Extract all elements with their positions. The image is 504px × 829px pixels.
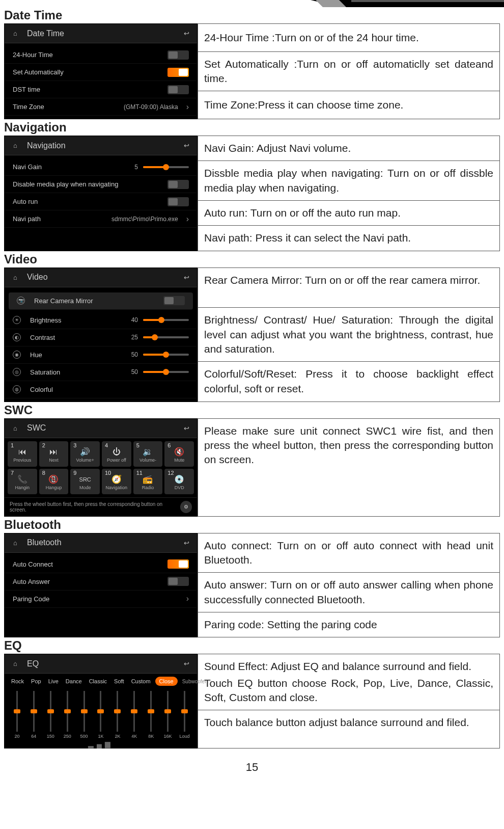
swc-btn-hangup[interactable]: 8📵Hangup	[39, 469, 69, 494]
hue-icon: ◉	[13, 351, 21, 359]
home-icon[interactable]: ⌂	[10, 422, 21, 434]
row-auto-answer[interactable]: Auto Answer	[5, 573, 197, 591]
swc-btn-mute[interactable]: 6🔇Mute	[164, 441, 194, 467]
section-bluetooth: ⌂ Bluetooth ↩ Auto Connect Auto Answer P…	[4, 533, 500, 638]
slider-brightness[interactable]	[143, 319, 189, 321]
eq-band-500[interactable]: 500	[77, 691, 91, 739]
swc-btn-volume-down[interactable]: 5🔉Volume-	[133, 441, 163, 467]
row-timezone[interactable]: Time Zone (GMT-09:00) Alaska ›	[5, 98, 197, 116]
label-auto-connect: Auto Connect	[13, 560, 162, 568]
eq-band-20[interactable]: 20	[10, 691, 23, 739]
row-saturation[interactable]: ◎ Saturation 50	[5, 364, 197, 381]
label-timezone: Time Zone	[13, 103, 119, 111]
eq-preset-soft[interactable]: Soft	[111, 677, 127, 685]
eq-band-150[interactable]: 150	[44, 691, 57, 739]
dvd-icon: 💿	[174, 475, 184, 484]
toggle-24hour[interactable]	[167, 50, 189, 60]
section-title-date-time: Date Time	[4, 8, 500, 22]
eq-preset-classic[interactable]: Classic	[87, 677, 109, 685]
row-hue[interactable]: ◉ Hue 50	[5, 346, 197, 364]
toggle-set-auto[interactable]	[167, 68, 189, 77]
toggle-auto-run[interactable]	[167, 197, 189, 206]
slider-navi-gain[interactable]	[143, 166, 189, 168]
back-icon[interactable]: ↩	[181, 140, 192, 151]
desc-colorful: Colorful/Soft/Reset: Press it to choose …	[198, 362, 500, 402]
eq-sliders: 20 64 150 250 500 1K 2K 4K 8K 16K Loud	[5, 689, 197, 740]
home-icon[interactable]: ⌂	[10, 272, 21, 283]
swc-btn-dvd[interactable]: 12💿DVD	[164, 469, 194, 494]
toggle-dst[interactable]	[167, 85, 189, 94]
swc-btn-power-off[interactable]: 4⏻Power off	[102, 441, 131, 467]
row-set-auto[interactable]: Set Automatically	[5, 64, 197, 81]
value-hue: 50	[131, 351, 138, 358]
eq-band-2k[interactable]: 2K	[111, 691, 124, 739]
back-icon[interactable]: ↩	[181, 28, 192, 39]
mute-icon: 🔇	[174, 447, 184, 457]
chevron-right-icon: ›	[186, 102, 189, 112]
swc-btn-radio[interactable]: 11📻Radio	[133, 469, 163, 494]
swc-btn-volume-up[interactable]: 3🔊Volume+	[70, 441, 100, 467]
row-disable-media[interactable]: Disable media play when navigating	[5, 176, 197, 193]
swc-btn-previous[interactable]: 1⏮Previous	[8, 441, 37, 467]
desc-navi-path: Navi path: Press it can select the Navi …	[198, 226, 500, 251]
row-paring-code[interactable]: Paring Code ›	[5, 591, 197, 608]
home-icon[interactable]: ⌂	[10, 140, 21, 151]
row-rear-camera[interactable]: 📷 Rear Camera Mirror	[9, 292, 193, 310]
swc-hint-text: Press the wheel button first, then press…	[10, 501, 176, 513]
back-icon[interactable]: ↩	[181, 537, 192, 548]
row-auto-run[interactable]: Auto run	[5, 193, 197, 210]
desc-navi-gain: Navi Gain: Adjust Navi volume.	[198, 136, 500, 161]
row-dst[interactable]: DST time	[5, 81, 197, 98]
swc-btn-navigation[interactable]: 10🧭Navigation	[102, 469, 131, 494]
gear-icon[interactable]: ⚙	[180, 501, 192, 513]
toggle-rear-camera[interactable]	[163, 296, 185, 305]
row-brightness[interactable]: ☀ Brightness 40	[5, 312, 197, 329]
slider-contrast[interactable]	[143, 336, 189, 338]
label-navi-gain: Navi Gain	[13, 163, 129, 171]
label-brightness: Brightness	[30, 316, 126, 324]
row-navi-gain[interactable]: Navi Gain 5	[5, 158, 197, 176]
eq-band-64[interactable]: 64	[27, 691, 40, 739]
label-set-auto: Set Automatically	[13, 68, 162, 76]
section-title-swc: SWC	[4, 403, 500, 417]
home-icon[interactable]: ⌂	[10, 28, 21, 39]
camera-icon: 📷	[17, 297, 25, 305]
swc-btn-mode[interactable]: 9SRCMode	[70, 469, 100, 494]
row-colorful[interactable]: ◍ Colorful	[5, 381, 197, 398]
label-24hour: 24-Hour Time	[13, 51, 162, 59]
eq-band-1k[interactable]: 1K	[94, 691, 107, 739]
toggle-disable-media[interactable]	[167, 180, 189, 189]
eq-band-8k[interactable]: 8K	[145, 691, 158, 739]
swc-btn-next[interactable]: 2⏭Next	[39, 441, 69, 467]
row-24hour[interactable]: 24-Hour Time	[5, 46, 197, 64]
slider-hue[interactable]	[143, 354, 189, 356]
screen-title: Navigation	[27, 141, 175, 150]
eq-band-4k[interactable]: 4K	[128, 691, 141, 739]
swc-btn-hangin[interactable]: 7📞Hangin	[8, 469, 37, 494]
eq-band-250[interactable]: 250	[61, 691, 74, 739]
back-icon[interactable]: ↩	[181, 272, 192, 283]
toggle-auto-connect[interactable]	[167, 559, 189, 569]
eq-preset-custom[interactable]: Custom	[129, 677, 153, 685]
home-icon[interactable]: ⌂	[10, 537, 21, 548]
eq-preset-rock[interactable]: Rock	[9, 677, 26, 685]
slider-saturation[interactable]	[143, 371, 189, 373]
row-navi-path[interactable]: Navi path sdmmc\Primo\Primo.exe ›	[5, 210, 197, 228]
eq-preset-close[interactable]: Close	[155, 677, 178, 686]
home-icon[interactable]: ⌂	[10, 658, 21, 670]
row-contrast[interactable]: ◐ Contrast 25	[5, 329, 197, 346]
page-number: 15	[4, 761, 500, 774]
navigation-icon: 🧭	[111, 475, 122, 484]
eq-preset-dance[interactable]: Dance	[63, 677, 85, 685]
toggle-auto-answer[interactable]	[167, 577, 189, 586]
eq-presets: Rock Pop Live Dance Classic Soft Custom …	[5, 674, 197, 689]
row-auto-connect[interactable]: Auto Connect	[5, 556, 197, 573]
eq-band-loud[interactable]: Loud	[178, 691, 191, 739]
eq-preset-pop[interactable]: Pop	[29, 677, 44, 685]
back-icon[interactable]: ↩	[181, 658, 192, 670]
eq-bottom-icon[interactable]: ▂▄▆	[5, 740, 197, 748]
eq-preset-live[interactable]: Live	[46, 677, 61, 685]
eq-band-16k[interactable]: 16K	[161, 691, 175, 739]
back-icon[interactable]: ↩	[181, 422, 192, 434]
value-timezone: (GMT-09:00) Alaska	[124, 103, 178, 111]
